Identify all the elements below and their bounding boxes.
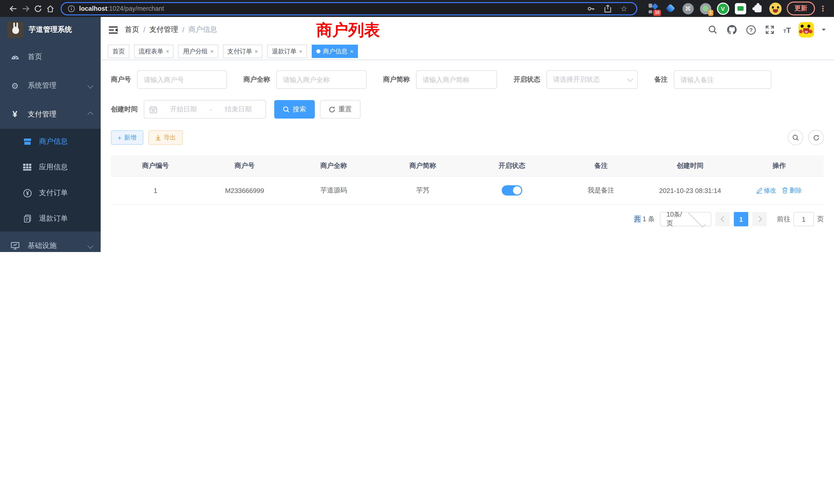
date-range-picker[interactable]: 开始日期 - 结束日期 [144, 100, 266, 118]
sidebar-item-refund-order[interactable]: 退款订单 [0, 206, 101, 231]
active-dot [316, 49, 321, 53]
sidebar-item-payment[interactable]: ¥ 支付管理 [0, 100, 101, 129]
status-select[interactable]: 请选择开启状态 [546, 70, 638, 89]
start-date-placeholder[interactable]: 开始日期 [161, 105, 206, 114]
refresh-button[interactable] [808, 130, 824, 145]
dashboard-icon [10, 52, 20, 62]
close-icon[interactable]: × [255, 45, 258, 57]
remark-input[interactable] [674, 70, 771, 89]
chat-extension-icon[interactable] [734, 2, 747, 15]
site-info-icon[interactable] [68, 5, 75, 12]
export-button[interactable]: 导出 [148, 130, 182, 145]
avatar[interactable] [798, 22, 814, 38]
kite-extension-icon[interactable] [664, 2, 677, 15]
browser-menu-icon[interactable]: ⋮ [817, 4, 829, 13]
tag-pay-order[interactable]: 支付订单× [223, 44, 263, 58]
puzzle-extensions-icon[interactable] [751, 2, 764, 15]
toggle-search-button[interactable] [788, 130, 803, 145]
calendar-icon [150, 106, 157, 113]
password-key-icon[interactable] [585, 2, 597, 15]
close-icon[interactable]: × [350, 45, 354, 57]
breadcrumb-home[interactable]: 首页 [125, 25, 139, 35]
edit-link[interactable]: 修改 [757, 186, 776, 195]
url-text[interactable]: localhost:1024/pay/merchant [79, 5, 164, 12]
annotation-title: 商户列表 [316, 20, 380, 41]
table-header: 商户编号 商户号 商户全称 商户简称 开启状态 备注 创建时间 操作 [111, 156, 824, 176]
cell-merchant-id: 1 [111, 177, 200, 204]
back-icon[interactable] [7, 2, 20, 15]
page-content: 商户号 商户全称 商户简称 开启状态 请选择开启状态 [101, 60, 834, 252]
main-area: 首页 / 支付管理 / 商户信息 ? [101, 17, 834, 252]
sidebar-logo[interactable]: 芋道管理系统 [0, 17, 101, 43]
goto-page-input[interactable] [793, 212, 814, 226]
search-button[interactable]: 搜索 [274, 100, 315, 118]
sidebar-item-infrastructure[interactable]: 基础设施 [0, 231, 101, 252]
filter-row-1: 商户号 商户全称 商户简称 开启状态 请选择开启状态 [111, 70, 824, 89]
sidebar-item-system[interactable]: ⚙ 系统管理 [0, 71, 101, 100]
prev-page-button[interactable] [716, 212, 730, 226]
short-name-input[interactable] [416, 70, 497, 89]
total-count: 共 1 条 [634, 214, 655, 224]
sidebar-item-pay-order[interactable]: 支付订单 [0, 180, 101, 206]
sidebar-item-app-info[interactable]: 应用信息 [0, 155, 101, 180]
short-name-label: 商户简称 [383, 75, 410, 84]
close-icon[interactable]: × [210, 45, 214, 57]
full-name-input[interactable] [276, 70, 367, 89]
github-icon[interactable] [726, 24, 738, 36]
delete-link[interactable]: 删除 [783, 186, 802, 195]
page-1-button[interactable]: 1 [734, 212, 748, 226]
home-icon[interactable] [44, 2, 57, 15]
chevron-down-icon [688, 210, 705, 227]
address-bar[interactable]: localhost:1024/pay/merchant ☆ [61, 2, 637, 15]
proxy-extension-icon[interactable]: 1 [699, 2, 712, 15]
fullscreen-icon[interactable] [764, 24, 776, 36]
bookmark-star-icon[interactable]: ☆ [618, 2, 630, 15]
tab-manager-extension-icon[interactable]: 10 [646, 2, 659, 15]
sidebar-fold-icon[interactable] [109, 26, 117, 33]
remark-label: 备注 [654, 75, 667, 84]
share-icon[interactable] [601, 2, 614, 15]
cell-create-time: 2021-10-23 08:31:14 [645, 177, 734, 204]
app-root: localhost:1024/pay/merchant ☆ 10 ⌘ 1 V [0, 0, 834, 252]
avatar-caret-icon[interactable] [822, 29, 826, 33]
status-label: 开启状态 [513, 75, 540, 84]
emoji-extension-icon[interactable] [769, 2, 782, 15]
help-icon[interactable]: ? [745, 24, 757, 36]
close-icon[interactable]: × [166, 45, 169, 57]
extension-badge: 10 [653, 10, 661, 16]
plus-icon: + [117, 134, 122, 141]
chevron-right-icon [756, 216, 762, 222]
merchant-table: 商户编号 商户号 商户全称 商户简称 开启状态 备注 创建时间 操作 1 M23… [111, 156, 824, 205]
breadcrumb-payment[interactable]: 支付管理 [150, 25, 178, 35]
reset-button[interactable]: 重置 [320, 100, 360, 118]
sidebar-item-merchant-info[interactable]: 商户信息 [0, 129, 101, 155]
merchant-no-input[interactable] [137, 70, 227, 89]
extension-badge: 1 [708, 10, 713, 16]
tag-process-form[interactable]: 流程表单× [134, 44, 174, 58]
page-size-select[interactable]: 10条/页 [660, 212, 711, 226]
browser-update-button[interactable]: 更新 [787, 2, 815, 16]
column-header: 商户简称 [378, 156, 467, 176]
document-icon [23, 214, 32, 223]
status-toggle[interactable] [502, 185, 522, 196]
tag-refund-order[interactable]: 退款订单× [267, 44, 307, 58]
table-toolbar: + 新增 导出 [111, 130, 824, 145]
forward-icon[interactable] [20, 2, 32, 15]
end-date-placeholder[interactable]: 结束日期 [216, 105, 260, 114]
command-extension-icon[interactable]: ⌘ [681, 2, 694, 15]
cell-remark: 我是备注 [556, 177, 645, 204]
v-extension-icon[interactable]: V [717, 2, 729, 15]
cell-full-name: 芋道源码 [289, 177, 378, 204]
close-icon[interactable]: × [299, 45, 303, 57]
tag-home[interactable]: 首页 [108, 44, 129, 58]
search-icon[interactable] [707, 24, 719, 36]
reload-icon[interactable] [32, 2, 44, 15]
tag-user-group[interactable]: 用户分组× [178, 44, 218, 58]
tag-merchant-info[interactable]: 商户信息× [312, 44, 358, 58]
sidebar-item-home[interactable]: 首页 [0, 43, 101, 71]
add-button[interactable]: + 新增 [111, 130, 143, 145]
goto-label: 前往 [777, 214, 790, 224]
next-page-button[interactable] [752, 212, 767, 226]
sidebar: 芋道管理系统 首页 ⚙ 系统管理 ¥ 支付管理 [0, 17, 101, 252]
font-size-icon[interactable]: TT [784, 26, 791, 33]
